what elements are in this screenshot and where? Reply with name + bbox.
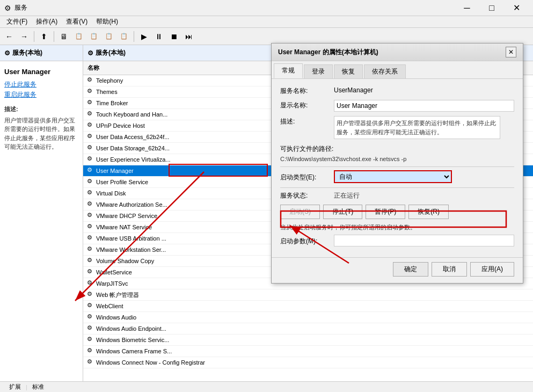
service-icon: ⚙ <box>85 155 94 164</box>
tab-recovery[interactable]: 恢复 <box>334 64 363 78</box>
service-icon: ⚙ <box>85 302 94 310</box>
service-row[interactable]: ⚙Windows Camera Frame S... <box>83 346 533 357</box>
service-icon: ⚙ <box>85 268 94 277</box>
hint-text: 当从此处启动服务时，你可指定所适用的启动参数。 <box>280 223 514 231</box>
service-icon: ⚙ <box>85 133 94 141</box>
resume-button[interactable]: 恢复(R) <box>408 205 449 219</box>
service-status-value: 正在运行 <box>334 191 360 200</box>
service-icon: ⚙ <box>85 144 94 153</box>
name-column-header[interactable]: 名称 <box>83 62 104 74</box>
params-input[interactable] <box>334 235 514 246</box>
service-name: Windows Camera Frame S... <box>96 348 531 354</box>
dialog-title-text: User Manager 的属性(本地计算机) <box>278 48 378 57</box>
dialog-tabs: 常规 登录 恢复 依存关系 <box>272 61 523 79</box>
properties-button[interactable]: 📋 <box>102 30 116 43</box>
tab-login[interactable]: 登录 <box>304 64 333 78</box>
service-icon: ⚙ <box>85 257 94 265</box>
expand-tab[interactable]: 扩展 <box>4 381 26 392</box>
stop-button[interactable]: 停止(T) <box>323 205 362 219</box>
service-name: Windows Audio <box>96 314 531 321</box>
service-row[interactable]: ⚙Windows Audio Endpoint... <box>83 323 533 335</box>
service-name: Windows Connect Now - Config Registrar <box>96 359 531 366</box>
service-icon: ⚙ <box>85 279 94 288</box>
service-icon: ⚙ <box>85 200 94 209</box>
left-panel-title: 服务(本地) <box>12 48 42 57</box>
divider-2 <box>280 187 514 188</box>
service-icon: ⚙ <box>85 324 94 333</box>
tab-dependencies[interactable]: 依存关系 <box>364 64 406 78</box>
ok-button[interactable]: 确定 <box>393 262 428 277</box>
service-row[interactable]: ⚙WebClient <box>83 301 533 312</box>
description-row: 描述: 用户管理器提供多用户交互所需要的运行时组件，如果停止此服务，某些应用程序… <box>280 116 514 139</box>
service-description-panel: 描述: 用户管理器提供多用户交互所需要的运行时组件。如果停止此服务，某些应用程序… <box>4 105 78 151</box>
service-icon: ⚙ <box>85 347 94 355</box>
cancel-button[interactable]: 取消 <box>432 262 467 277</box>
service-icon: ⚙ <box>85 336 94 344</box>
service-icon: ⚙ <box>85 121 94 130</box>
restart-service-button[interactable]: ⏭ <box>182 30 196 43</box>
forward-button[interactable]: → <box>17 30 31 43</box>
service-name: Web 帐户管理器 <box>96 291 531 299</box>
service-icon: ⚙ <box>85 99 94 107</box>
desc-label: 描述: <box>4 105 78 114</box>
divider-1 <box>280 166 514 167</box>
service-icon: ⚙ <box>85 212 94 220</box>
service-row[interactable]: ⚙Windows Audio <box>83 312 533 323</box>
apply-button[interactable]: 应用(A) <box>470 262 514 277</box>
dialog-footer: 确定 取消 应用(A) <box>272 257 523 283</box>
params-label: 启动参数(M): <box>280 236 334 246</box>
middle-panel-title: 服务(本地) <box>96 48 126 57</box>
selected-service-name: User Manager <box>4 68 78 76</box>
menu-action[interactable]: 操作(A) <box>32 16 62 27</box>
stop-service-button[interactable]: ⏹ <box>167 30 181 43</box>
service-status-label: 服务状态: <box>280 191 334 200</box>
desc-text: 用户管理器提供多用户交互所需要的运行时组件。如果停止此服务，某些应用程序可能无法… <box>4 116 78 151</box>
service-icon: ⚙ <box>85 223 94 231</box>
start-service-button[interactable]: ▶ <box>137 30 151 43</box>
standard-tab[interactable]: 标准 <box>27 381 49 392</box>
menu-view[interactable]: 查看(V) <box>62 16 92 27</box>
help-button[interactable]: 📋 <box>117 30 131 43</box>
service-name: Windows Audio Endpoint... <box>96 325 531 332</box>
dialog-close-button[interactable]: ✕ <box>506 47 516 57</box>
menu-bar: 文件(F) 操作(A) 查看(V) 帮助(H) <box>0 16 533 28</box>
service-action-buttons: 启动(S) 停止(T) 暂停(P) 恢复(R) <box>280 205 514 219</box>
dialog-content: 服务名称: UserManager 显示名称: 描述: 用户管理器提供多用户交互… <box>272 79 523 257</box>
display-name-label: 显示名称: <box>280 100 334 110</box>
description-label: 描述: <box>280 116 334 126</box>
service-icon: ⚙ <box>85 313 94 322</box>
startup-type-label: 启动类型(E): <box>280 172 334 182</box>
service-icon: ⚙ <box>85 76 94 85</box>
up-button[interactable]: ⬆ <box>37 30 51 43</box>
menu-file[interactable]: 文件(F) <box>2 16 32 27</box>
dialog-title-bar: User Manager 的属性(本地计算机) ✕ <box>272 43 523 61</box>
show-hide-button[interactable]: 🖥 <box>57 30 71 43</box>
description-text: 用户管理器提供多用户交互所需要的运行时组件，如果停止此服务，某些应用程序可能无法… <box>334 116 500 139</box>
menu-help[interactable]: 帮助(H) <box>92 16 122 27</box>
pause-button[interactable]: 暂停(P) <box>366 205 405 219</box>
service-name-value: UserManager <box>334 85 514 94</box>
pause-service-button[interactable]: ⏸ <box>152 30 166 43</box>
start-button[interactable]: 启动(S) <box>280 205 320 219</box>
path-section: 可执行文件的路径: C:\Windows\system32\svchost.ex… <box>280 143 514 162</box>
stop-service-link[interactable]: 停止此服务 <box>4 80 78 89</box>
back-button[interactable]: ← <box>2 30 16 43</box>
close-button[interactable]: ✕ <box>504 0 529 16</box>
minimize-button[interactable]: ─ <box>455 0 479 16</box>
service-row[interactable]: ⚙Web 帐户管理器 <box>83 289 533 301</box>
middle-panel-icon: ⚙ <box>87 49 93 57</box>
tab-general[interactable]: 常规 <box>274 63 303 78</box>
service-icon: ⚙ <box>85 110 94 119</box>
params-row: 启动参数(M): <box>280 235 514 246</box>
service-row[interactable]: ⚙Windows Biometric Servic... <box>83 335 533 346</box>
maximize-button[interactable]: □ <box>479 0 504 16</box>
display-name-row: 显示名称: <box>280 100 514 112</box>
toolbar-separator-3 <box>134 31 134 42</box>
export-button[interactable]: 📋 <box>72 30 86 43</box>
restart-service-link[interactable]: 重启此服务 <box>4 90 78 99</box>
properties-dialog: User Manager 的属性(本地计算机) ✕ 常规 登录 恢复 依存关系 … <box>271 43 523 284</box>
import-button[interactable]: 📋 <box>87 30 101 43</box>
service-row[interactable]: ⚙Windows Connect Now - Config Registrar <box>83 357 533 368</box>
display-name-input[interactable] <box>334 100 514 112</box>
startup-type-select[interactable]: 自动 手动 禁用 自动(延迟启动) <box>334 170 452 183</box>
